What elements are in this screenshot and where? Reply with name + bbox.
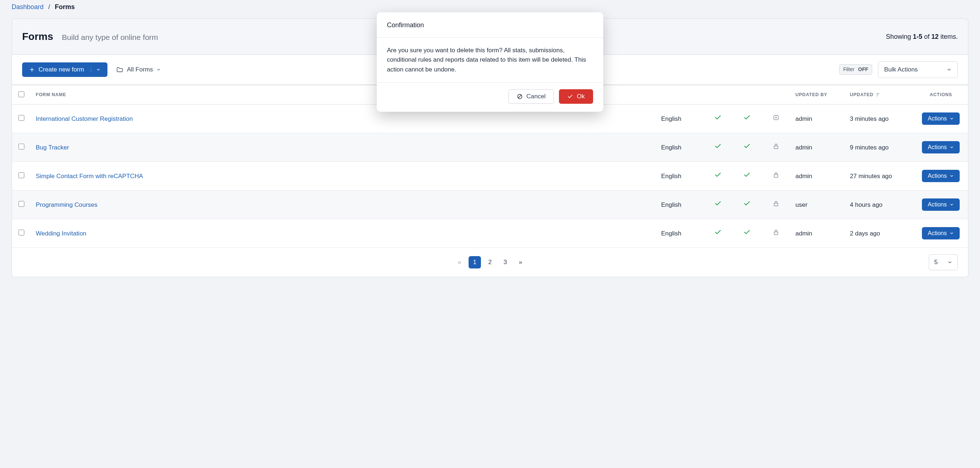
cancel-button-label: Cancel xyxy=(526,93,546,100)
ok-button[interactable]: Ok xyxy=(559,89,593,104)
modal-title: Confirmation xyxy=(377,12,603,38)
cancel-button[interactable]: Cancel xyxy=(509,89,554,104)
check-icon xyxy=(567,94,573,99)
confirmation-modal: Confirmation Are you sure you want to de… xyxy=(377,12,603,112)
svg-line-12 xyxy=(518,95,522,98)
ok-button-label: Ok xyxy=(577,93,585,100)
modal-footer: Cancel Ok xyxy=(377,83,603,112)
prohibit-icon xyxy=(517,94,523,99)
modal-body-text: Are you sure you want to delete this for… xyxy=(377,38,603,83)
